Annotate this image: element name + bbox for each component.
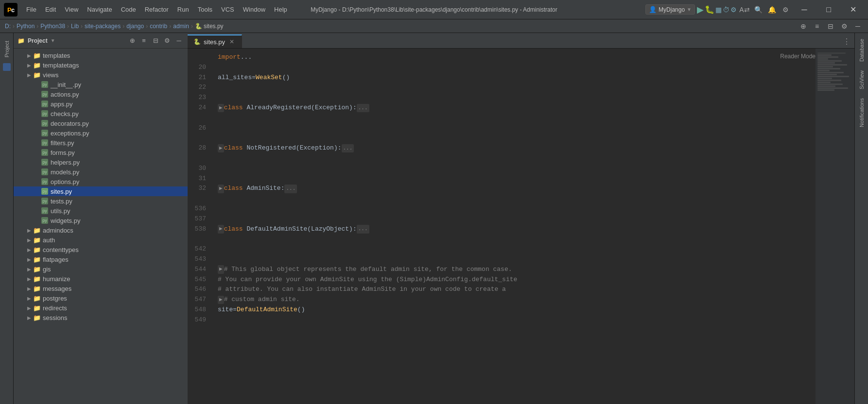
right-sidebar-database[interactable]: Database xyxy=(857,35,867,66)
tree-item-options[interactable]: py options.py xyxy=(14,177,188,186)
tree-item-flatpages[interactable]: ▶ 📁 flatpages xyxy=(14,254,188,264)
folder-icon-templates: 📁 xyxy=(33,51,41,59)
menu-help[interactable]: Help xyxy=(270,4,291,15)
menu-refactor[interactable]: Refactor xyxy=(141,4,173,15)
tree-item-postgres[interactable]: ▶ 📁 postgres xyxy=(14,293,188,303)
code-line-32: ▶class AdminSite:... xyxy=(218,184,816,194)
tree-item-redirects[interactable]: ▶ 📁 redirects xyxy=(14,303,188,313)
tree-item-tests[interactable]: py tests.py xyxy=(14,196,188,206)
coverage-button[interactable]: ▦ xyxy=(715,6,722,14)
collapse-icon[interactable]: ⊟ xyxy=(825,21,836,32)
menu-navigate[interactable]: Navigate xyxy=(83,4,116,15)
breadcrumb-site-packages[interactable]: site-packages xyxy=(85,23,121,30)
project-icon[interactable] xyxy=(3,63,11,71)
tree-item-templatetags[interactable]: ▶ 📁 templatetags xyxy=(14,60,188,70)
tree-item-actions[interactable]: py actions.py xyxy=(14,89,188,99)
folder-icon-auth: 📁 xyxy=(33,236,41,244)
tree-item-apps[interactable]: py apps.py xyxy=(14,99,188,109)
breadcrumb-lib[interactable]: Lib xyxy=(71,23,79,30)
minimize-button[interactable]: ─ xyxy=(793,2,816,17)
right-sidebar-notifications[interactable]: Notifications xyxy=(857,94,867,131)
tree-item-contenttypes[interactable]: ▶ 📁 contenttypes xyxy=(14,245,188,254)
search-icon[interactable]: 🔍 xyxy=(752,4,764,16)
tree-item-messages[interactable]: ▶ 📁 messages xyxy=(14,284,188,293)
profile-dropdown[interactable]: 👤 MyDjango ▼ xyxy=(645,4,695,15)
tree-item-checks[interactable]: py checks.py xyxy=(14,109,188,118)
debug-button[interactable]: 🐛 xyxy=(705,5,714,14)
tree-item-init[interactable]: py __init__.py xyxy=(14,80,188,89)
menu-vcs[interactable]: VCS xyxy=(217,4,238,15)
tree-item-humanize[interactable]: ▶ 📁 humanize xyxy=(14,274,188,284)
menu-tools[interactable]: Tools xyxy=(194,4,216,15)
line-numbers: 20 21 22 23 24 26 28 30 31 32 536 537 53… xyxy=(188,49,212,404)
breadcrumb-d[interactable]: D: xyxy=(5,23,11,30)
tree-item-exceptions[interactable]: py exceptions.py xyxy=(14,128,188,138)
code-line-31 xyxy=(218,174,816,184)
breadcrumb-admin[interactable]: admin xyxy=(173,23,189,30)
project-panel-label[interactable]: Project xyxy=(2,37,12,61)
settings-icon[interactable]: ⚙ xyxy=(780,4,791,16)
tree-item-utils[interactable]: py utils.py xyxy=(14,206,188,216)
tree-item-templates[interactable]: ▶ 📁 templates xyxy=(14,50,188,60)
tree-label-messages: messages xyxy=(43,285,71,292)
code-editor[interactable]: import ... all_sites = WeakSet() ▶class … xyxy=(212,49,816,404)
menu-code[interactable]: Code xyxy=(117,4,140,15)
settings-breadcrumb-icon[interactable]: ⚙ xyxy=(839,21,850,32)
menu-file[interactable]: File xyxy=(22,4,40,15)
file-icon-decorators: py xyxy=(41,119,49,127)
profile-dropdown-arrow: ▼ xyxy=(687,7,692,12)
arrow-humanize: ▶ xyxy=(25,275,33,283)
project-dropdown-arrow[interactable]: ▼ xyxy=(51,38,55,43)
tree-close-btn[interactable]: ─ xyxy=(174,36,184,46)
breadcrumb-contrib[interactable]: contrib xyxy=(150,23,167,30)
tree-item-models[interactable]: py models.py xyxy=(14,167,188,177)
tree-item-sites[interactable]: py sites.py xyxy=(14,186,188,196)
folder-icon-templatetags: 📁 xyxy=(33,61,41,69)
tree-item-decorators[interactable]: py decorators.py xyxy=(14,118,188,128)
breadcrumb-django[interactable]: django xyxy=(126,23,144,30)
menu-view[interactable]: View xyxy=(61,4,82,15)
close-button[interactable]: ✕ xyxy=(842,2,864,17)
translate-icon[interactable]: A⇄ xyxy=(739,4,750,16)
run-config-button[interactable]: ⚙ xyxy=(730,6,737,14)
notification-icon[interactable]: 🔔 xyxy=(766,4,778,16)
close-panel-icon[interactable]: ─ xyxy=(852,21,863,32)
folder-icon-views: 📁 xyxy=(33,71,41,79)
menu-edit[interactable]: Edit xyxy=(41,4,60,15)
profile-button[interactable]: ⏱ xyxy=(723,6,729,14)
code-line-27 xyxy=(218,133,816,143)
code-line-543 xyxy=(218,254,816,265)
tree-label-templates: templates xyxy=(43,52,70,59)
menu-window[interactable]: Window xyxy=(239,4,269,15)
run-button[interactable]: ▶ xyxy=(697,4,704,15)
expand-all-icon[interactable]: ≡ xyxy=(812,21,822,32)
tree-item-views[interactable]: ▶ 📁 views xyxy=(14,70,188,80)
tree-expand-btn[interactable]: ≡ xyxy=(139,36,149,46)
tree-settings-btn[interactable]: ⚙ xyxy=(162,36,172,46)
maximize-button[interactable]: □ xyxy=(817,2,840,17)
tree-item-admindocs[interactable]: ▶ 📁 admindocs xyxy=(14,225,188,235)
right-sidebar-sciview[interactable]: SciView xyxy=(857,67,867,93)
breadcrumb-file: 🐍sites.py xyxy=(195,23,224,30)
tree-collapse-btn[interactable]: ⊟ xyxy=(151,36,160,46)
title-bar: P c File Edit View Navigate Code Refacto… xyxy=(0,0,868,19)
tab-more-button[interactable]: ⋮ xyxy=(839,34,854,48)
file-icon-actions: py xyxy=(41,90,49,98)
tree-item-auth[interactable]: ▶ 📁 auth xyxy=(14,235,188,245)
add-breadcrumb-icon[interactable]: ⊕ xyxy=(798,21,809,32)
tree-label-models: models.py xyxy=(51,168,79,176)
tree-item-filters[interactable]: py filters.py xyxy=(14,138,188,148)
tree-item-sessions[interactable]: ▶ 📁 sessions xyxy=(14,313,188,322)
tab-close-sites[interactable]: ✕ xyxy=(228,38,236,46)
tree-item-widgets[interactable]: py widgets.py xyxy=(14,216,188,225)
arrow-admindocs: ▶ xyxy=(25,226,33,234)
tab-label-sites: sites.py xyxy=(204,38,225,46)
tree-item-gis[interactable]: ▶ 📁 gis xyxy=(14,264,188,274)
tree-add-btn[interactable]: ⊕ xyxy=(127,36,137,46)
tab-sites-py[interactable]: 🐍 sites.py ✕ xyxy=(188,34,242,48)
menu-run[interactable]: Run xyxy=(174,4,193,15)
tree-item-forms[interactable]: py forms.py xyxy=(14,148,188,157)
tree-item-helpers[interactable]: py helpers.py xyxy=(14,157,188,167)
breadcrumb-python38[interactable]: Python38 xyxy=(40,23,65,30)
breadcrumb-python[interactable]: Python xyxy=(17,23,35,30)
